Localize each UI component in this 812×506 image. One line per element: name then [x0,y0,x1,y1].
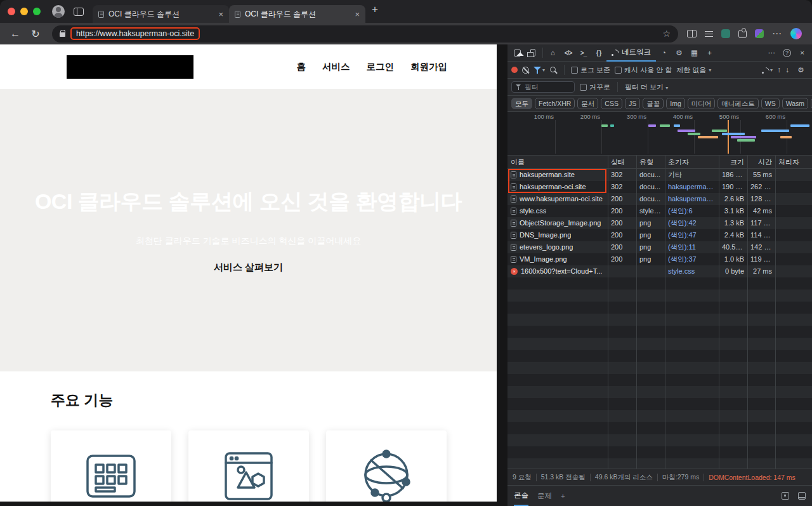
throttling-select[interactable]: 제한 없음 ▾ [676,65,711,75]
column-initiator[interactable]: 초기자 [665,157,719,167]
back-icon[interactable]: ← [8,28,23,39]
browser-tab-1[interactable]: OCI 클라우드 솔루션 × [93,5,229,23]
network-request-row[interactable]: www.haksuperman-oci.site 200 docu... hak… [508,193,812,205]
performance-tab-icon[interactable]: ◔ [657,45,671,60]
profile-avatar[interactable] [52,5,65,18]
drawer-tab-issues[interactable]: 문제 [537,486,552,506]
column-separator[interactable] [608,156,608,469]
zoom-window-button[interactable] [33,8,41,15]
column-separator[interactable] [665,156,665,469]
feature-card-shapes[interactable] [188,430,309,502]
network-settings-icon[interactable]: ⚙ [794,62,808,77]
checkbox[interactable] [571,67,578,74]
network-request-row-error[interactable]: 1600x500?text=Cloud+T... style.css 0 byt… [508,265,812,277]
lock-icon[interactable] [60,32,65,37]
request-initiator[interactable]: (색인):6 [665,205,719,217]
home-icon[interactable]: ⌂ [546,45,560,60]
column-status[interactable]: 상태 [608,157,636,167]
request-initiator[interactable]: (색인):37 [665,253,719,265]
checkbox[interactable] [615,67,622,74]
request-initiator[interactable]: haksuperman-o [665,193,719,205]
close-devtools-icon[interactable]: × [795,45,809,60]
more-filters-button[interactable]: 필터 더 보기 ▾ [625,83,668,92]
column-separator[interactable] [719,156,719,469]
network-request-row[interactable]: etevers_logo.png 200 png (색인):11 40.5 kB… [508,241,812,253]
column-type[interactable]: 유형 [636,157,665,167]
hero-cta-link[interactable]: 서비스 살펴보기 [214,262,283,274]
tab-network[interactable]: 네트워크 [606,44,656,62]
import-har-icon[interactable]: ↑ [777,65,781,74]
request-initiator[interactable]: style.css [665,265,719,277]
settings-gear-icon[interactable]: ⚙ [672,45,686,60]
filter-chip-wasm[interactable]: Wasm [782,98,808,109]
filter-chip-js[interactable]: JS [625,98,640,109]
panel-divider[interactable] [497,44,508,506]
network-request-row[interactable]: ObjectStorage_Image.png 200 png (색인):42 … [508,217,812,229]
device-toolbar-icon[interactable] [525,45,540,60]
reading-list-icon[interactable] [705,30,713,37]
disable-cache-checkbox[interactable]: 캐시 사용 안 함 [615,65,672,75]
url-text[interactable]: https://www.haksuperman-oci.site [76,29,194,38]
column-separator[interactable] [747,156,748,469]
sources-tab-icon[interactable]: { } [591,45,606,60]
filter-input-box[interactable] [511,81,575,93]
feature-card-compute[interactable] [51,430,171,502]
filter-chip-css[interactable]: CSS [601,98,622,109]
filter-chip-media[interactable]: 미디어 [688,98,716,109]
invert-filter-checkbox[interactable]: 거꾸로 [580,83,610,92]
nav-link-services[interactable]: 서비스 [322,61,350,73]
preserve-log-checkbox[interactable]: 로그 보존 [571,65,610,75]
inspect-icon[interactable] [510,45,525,60]
export-har-icon[interactable]: ↓ [785,65,789,74]
network-request-row[interactable]: haksuperman-oci.site 302 docu... haksupe… [508,181,812,193]
request-initiator[interactable]: (색인):47 [665,229,719,241]
column-separator[interactable] [636,156,637,469]
elements-tab-icon[interactable]: </> [561,45,575,60]
drawer-tab-console[interactable]: 콘솔 [514,486,528,506]
tab-close-icon[interactable]: × [355,10,360,18]
add-tool-button[interactable]: + [702,45,717,60]
more-options-icon[interactable]: ⋯ [764,45,779,60]
search-icon[interactable] [549,66,558,74]
filter-chip-doc[interactable]: 문서 [577,98,598,109]
column-separator[interactable] [775,156,776,469]
extensions-puzzle-icon[interactable] [738,30,747,38]
feature-card-network[interactable] [326,430,447,502]
split-screen-icon[interactable] [687,30,697,37]
record-icon[interactable] [511,67,518,73]
column-time[interactable]: 시간 [747,157,775,167]
filter-chip-img[interactable]: Img [666,98,685,109]
request-initiator[interactable]: (색인):11 [665,241,719,253]
request-initiator[interactable]: (색인):42 [665,217,719,229]
column-size[interactable]: 크기 [719,157,747,167]
network-request-row[interactable]: haksuperman.site 302 docu... 기타 186 b...… [508,169,812,181]
column-name[interactable]: 이름 [508,157,608,167]
filter-chip-ws[interactable]: WS [761,98,780,109]
help-icon[interactable]: ? [780,45,794,60]
filter-chip-all[interactable]: 모두 [511,98,532,109]
network-request-row[interactable]: VM_Image.png 200 png (색인):37 1.0 kB 119 … [508,253,812,265]
filter-chip-font[interactable]: 글꼴 [643,98,664,109]
filter-chip-xhr[interactable]: Fetch/XHR [535,98,575,109]
minimize-window-button[interactable] [20,8,28,15]
nav-link-home[interactable]: 홈 [297,61,306,73]
bookmark-star-icon[interactable]: ☆ [662,29,671,39]
drawer-add-tab-button[interactable]: + [561,486,565,506]
filter-toggle-icon[interactable]: ▾ [534,67,545,74]
browser-tab-2[interactable]: OCI 클라우드 솔루션 × [229,5,365,23]
filter-input[interactable] [525,83,569,91]
extension-icon[interactable] [755,29,764,38]
tab-search-icon[interactable] [74,8,84,16]
network-request-row[interactable]: style.css 200 styles... (색인):6 3.1 kB 42… [508,205,812,217]
address-bar[interactable]: https://www.haksuperman-oci.site ☆ [52,25,678,43]
network-request-row[interactable]: DNS_Image.png 200 png (색인):47 2.4 kB 114… [508,229,812,241]
nav-link-signup[interactable]: 회원가입 [410,61,447,73]
layers-tab-icon[interactable]: ▦ [687,45,702,60]
network-conditions-icon[interactable]: ▾ [762,67,773,74]
drawer-menu-icon[interactable] [798,492,806,500]
clear-icon[interactable] [522,67,529,74]
extension-icon[interactable] [721,29,730,38]
site-logo-redacted[interactable] [67,55,193,79]
dock-panel-icon[interactable] [782,492,789,500]
tab-close-icon[interactable]: × [218,10,223,18]
